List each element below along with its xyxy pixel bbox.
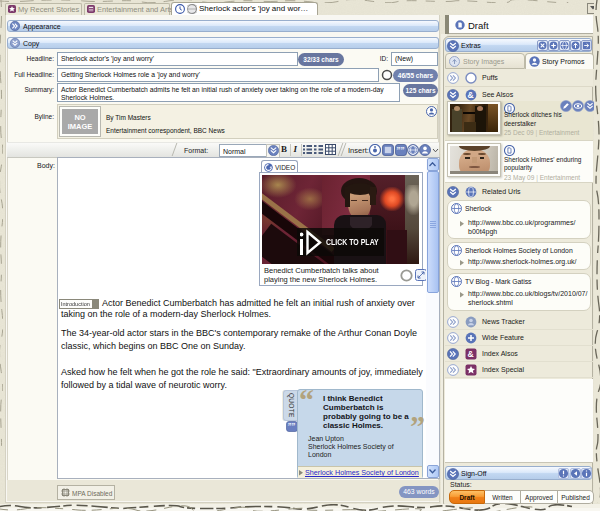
svg-text:”: ” bbox=[292, 422, 296, 431]
svg-text:&: & bbox=[468, 349, 474, 359]
svg-text:&: & bbox=[468, 90, 474, 100]
svg-text:”: ” bbox=[401, 146, 405, 155]
